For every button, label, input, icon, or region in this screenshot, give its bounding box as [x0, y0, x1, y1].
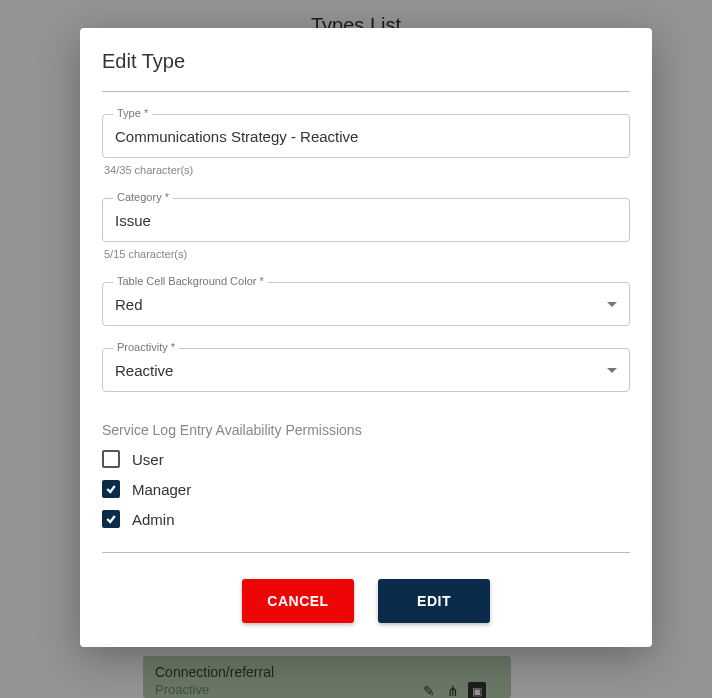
- edit-button[interactable]: EDIT: [378, 579, 490, 623]
- permission-row-manager: Manager: [102, 480, 630, 498]
- manager-checkbox[interactable]: [102, 480, 120, 498]
- manager-checkbox-label: Manager: [132, 481, 191, 498]
- proactivity-select[interactable]: Reactive: [115, 362, 617, 379]
- user-checkbox-label: User: [132, 451, 164, 468]
- cancel-button[interactable]: CANCEL: [242, 579, 354, 623]
- type-field-wrap: Type * 34/35 character(s): [102, 114, 630, 176]
- type-input[interactable]: [115, 128, 617, 145]
- dialog-actions: CANCEL EDIT: [80, 579, 652, 623]
- proactivity-field-wrap: Proactivity * Reactive: [102, 348, 630, 392]
- bgcolor-select[interactable]: Red: [115, 296, 617, 313]
- bgcolor-field-wrap: Table Cell Background Color * Red: [102, 282, 630, 326]
- proactivity-label: Proactivity *: [113, 341, 179, 353]
- edit-type-dialog: Edit Type Type * 34/35 character(s) Cate…: [80, 28, 652, 647]
- permission-row-admin: Admin: [102, 510, 630, 528]
- chevron-down-icon: [607, 302, 617, 307]
- type-helper: 34/35 character(s): [104, 164, 630, 176]
- chevron-down-icon: [607, 368, 617, 373]
- user-checkbox[interactable]: [102, 450, 120, 468]
- dialog-title: Edit Type: [102, 50, 630, 73]
- divider: [102, 91, 630, 92]
- type-field[interactable]: Type *: [102, 114, 630, 158]
- category-input[interactable]: [115, 212, 617, 229]
- proactivity-field[interactable]: Proactivity * Reactive: [102, 348, 630, 392]
- divider: [102, 552, 630, 553]
- admin-checkbox[interactable]: [102, 510, 120, 528]
- bgcolor-value: Red: [115, 296, 143, 313]
- permission-row-user: User: [102, 450, 630, 468]
- category-field-wrap: Category * 5/15 character(s): [102, 198, 630, 260]
- category-label: Category *: [113, 191, 173, 203]
- bgcolor-label: Table Cell Background Color *: [113, 275, 268, 287]
- category-helper: 5/15 character(s): [104, 248, 630, 260]
- type-label: Type *: [113, 107, 152, 119]
- admin-checkbox-label: Admin: [132, 511, 175, 528]
- proactivity-value: Reactive: [115, 362, 173, 379]
- permissions-section-label: Service Log Entry Availability Permissio…: [102, 422, 630, 438]
- bgcolor-field[interactable]: Table Cell Background Color * Red: [102, 282, 630, 326]
- category-field[interactable]: Category *: [102, 198, 630, 242]
